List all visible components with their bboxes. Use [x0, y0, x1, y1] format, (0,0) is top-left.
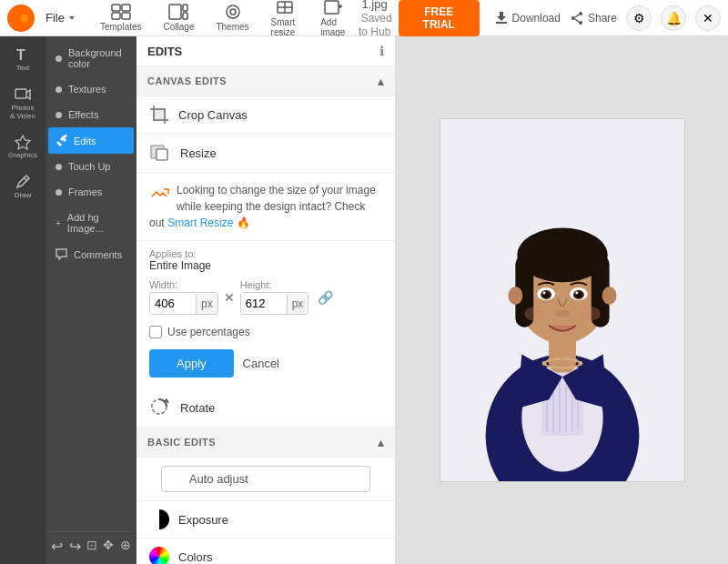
svg-point-49: [573, 359, 577, 363]
resize-icon: [149, 142, 171, 164]
edits-panel: EDITS ℹ CANVAS EDITS Crop Canvas: [136, 36, 396, 564]
svg-point-67: [578, 307, 600, 321]
icon-sidebar: T Text Photos& Video Graphics Draw: [0, 36, 46, 564]
svg-point-60: [542, 292, 545, 295]
pan-button[interactable]: ✥: [103, 538, 114, 555]
svg-marker-25: [15, 136, 30, 149]
settings-button[interactable]: ⚙: [626, 5, 652, 31]
auto-adjust-item[interactable]: Auto adjust: [136, 458, 395, 501]
use-percentages-checkbox[interactable]: [149, 326, 162, 338]
smart-resize-tool[interactable]: Smart resize: [266, 0, 305, 40]
dimension-row: Width: px ✕ Height: px 🔗: [136, 276, 395, 322]
menu-item-effects[interactable]: Effects: [48, 102, 134, 127]
svg-rect-29: [157, 149, 167, 160]
notification-button[interactable]: 🔔: [661, 5, 686, 31]
svg-point-56: [602, 287, 616, 305]
auto-adjust-button[interactable]: Auto adjust: [161, 466, 370, 492]
svg-rect-8: [183, 5, 187, 11]
menu-sidebar: Background color Textures Effects Edits …: [46, 36, 136, 564]
colors-icon: [149, 547, 169, 564]
svg-rect-4: [122, 5, 130, 11]
sidebar-item-draw[interactable]: Draw: [2, 167, 44, 206]
sidebar-item-graphics[interactable]: Graphics: [2, 127, 44, 166]
svg-rect-27: [154, 109, 165, 120]
svg-rect-7: [169, 5, 181, 19]
collage-tool[interactable]: Collage: [158, 1, 200, 35]
crop-tool-button[interactable]: ⊡: [86, 538, 97, 555]
menu-item-frames[interactable]: Frames: [48, 179, 134, 205]
cancel-button[interactable]: Cancel: [243, 357, 279, 370]
menu-item-comments[interactable]: Comments: [48, 241, 134, 267]
top-tools: Templates Collage Themes: [95, 0, 350, 40]
svg-marker-2: [69, 16, 75, 20]
rotate-icon: [149, 397, 171, 418]
svg-point-10: [227, 5, 239, 18]
resize-item[interactable]: Resize: [136, 134, 395, 173]
svg-rect-24: [15, 89, 26, 98]
width-input-wrap: px: [149, 292, 218, 315]
menu-item-touch-up[interactable]: Touch Up: [48, 154, 134, 179]
svg-line-26: [24, 177, 27, 181]
applies-to-section: Applies to: Entire Image: [136, 241, 395, 276]
svg-rect-5: [112, 13, 120, 19]
svg-point-45: [541, 361, 546, 366]
top-right-icons: Download Share ⚙ 🔔 ✕: [494, 5, 721, 31]
width-input[interactable]: [150, 293, 196, 314]
menu-item-edits[interactable]: Edits: [48, 127, 134, 154]
sidebar-item-text[interactable]: T Text: [2, 40, 44, 79]
use-percentages-row: Use percentages: [136, 322, 395, 346]
add-image-tool[interactable]: Add image: [315, 0, 350, 40]
info-icon[interactable]: ℹ: [379, 44, 384, 58]
menu-item-add-bg-image[interactable]: + Add hg Image...: [48, 205, 134, 241]
basic-edits-toggle[interactable]: [378, 435, 384, 449]
crop-canvas-icon: [149, 105, 169, 125]
svg-point-11: [230, 9, 236, 15]
smart-resize-link[interactable]: Smart Resize: [167, 217, 233, 229]
svg-line-22: [575, 15, 579, 17]
canvas-area: [396, 36, 728, 564]
templates-tool[interactable]: Templates: [95, 1, 147, 35]
canvas-edits-section-header: CANVAS EDITS: [136, 66, 395, 96]
svg-point-46: [547, 359, 551, 363]
colors-item[interactable]: Colors: [136, 539, 395, 564]
redo-button[interactable]: ↪: [69, 538, 81, 555]
canvas-edits-toggle[interactable]: [378, 74, 384, 88]
apply-cancel-row: Apply Cancel: [136, 346, 395, 388]
canvas-image: [440, 118, 685, 482]
themes-tool[interactable]: Themes: [210, 1, 254, 35]
zoom-button[interactable]: ⊕: [120, 538, 131, 555]
svg-text:T: T: [16, 47, 25, 63]
exposure-icon: [149, 509, 169, 529]
svg-point-20: [579, 21, 582, 25]
svg-rect-6: [122, 13, 130, 19]
svg-point-50: [578, 361, 582, 366]
svg-point-47: [556, 358, 560, 361]
link-dimensions-icon[interactable]: 🔗: [318, 290, 333, 305]
smart-resize-info: Looking to change the size of your image…: [136, 173, 395, 241]
sidebar-item-photos-video[interactable]: Photos& Video: [2, 80, 44, 127]
logo-icon[interactable]: [7, 5, 35, 32]
svg-point-48: [564, 358, 568, 361]
basic-edits-section-header: BASIC EDITS: [136, 428, 395, 458]
close-button[interactable]: ✕: [695, 5, 721, 31]
crop-canvas-item[interactable]: Crop Canvas: [136, 96, 395, 134]
height-input[interactable]: [241, 293, 287, 314]
menu-item-background-color[interactable]: Background color: [48, 40, 134, 76]
height-input-wrap: px: [240, 292, 309, 315]
portrait-svg: [440, 119, 684, 481]
menu-item-textures[interactable]: Textures: [48, 76, 134, 102]
download-button[interactable]: Download: [494, 11, 561, 25]
svg-point-65: [555, 310, 570, 317]
svg-point-1: [20, 14, 28, 22]
share-button[interactable]: Share: [570, 11, 617, 25]
svg-point-55: [508, 287, 522, 305]
file-menu-button[interactable]: File: [40, 7, 82, 28]
apply-button[interactable]: Apply: [149, 349, 234, 378]
rotate-item[interactable]: Rotate: [136, 388, 395, 428]
svg-rect-9: [183, 13, 187, 19]
main-content: T Text Photos& Video Graphics Draw Backg…: [0, 36, 728, 564]
svg-point-19: [571, 16, 575, 20]
exposure-item[interactable]: Exposure: [136, 501, 395, 539]
free-trial-button[interactable]: FREE TRIAL: [399, 0, 480, 36]
undo-button[interactable]: ↩: [51, 538, 63, 555]
